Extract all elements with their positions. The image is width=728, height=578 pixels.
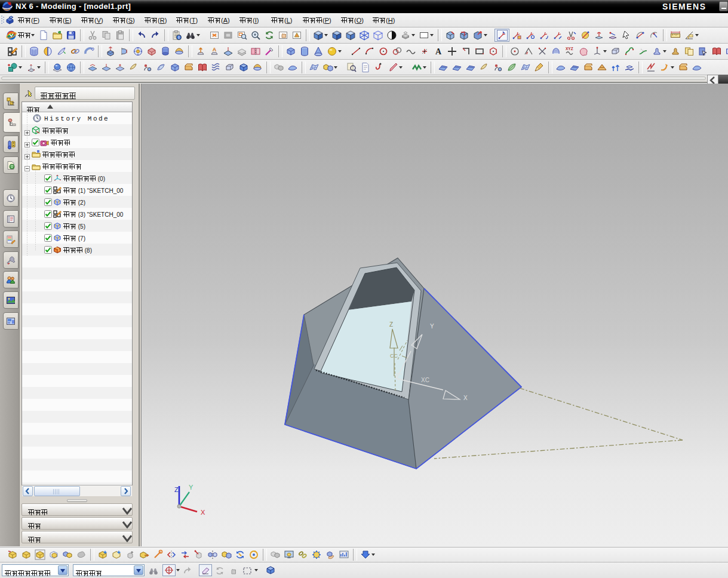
svg-text:A: A bbox=[435, 47, 441, 56]
svg-text:A: A bbox=[212, 47, 216, 53]
svg-text:i: i bbox=[178, 35, 179, 39]
svg-text:XYZ: XYZ bbox=[566, 47, 573, 51]
